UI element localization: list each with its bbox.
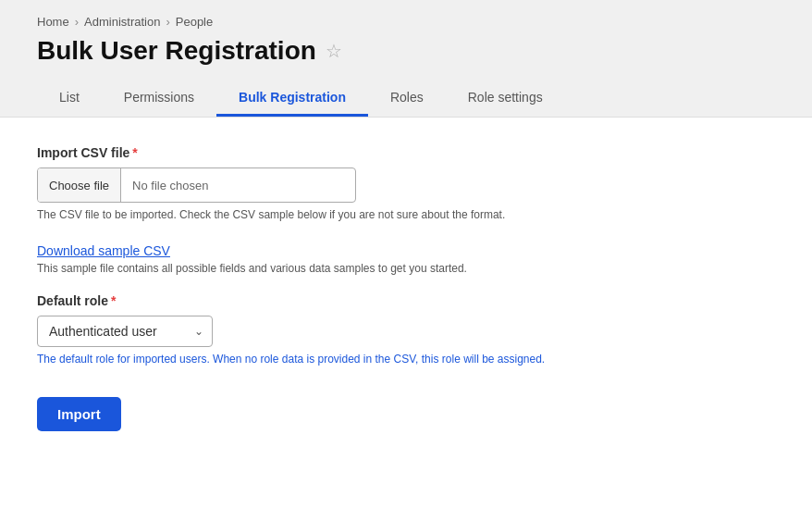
breadcrumb-sep-2: › bbox=[166, 15, 169, 29]
content-area: Import CSV file * Choose file No file ch… bbox=[0, 118, 812, 459]
tab-role-settings[interactable]: Role settings bbox=[446, 81, 565, 117]
import-csv-section: Import CSV file * Choose file No file ch… bbox=[37, 145, 775, 221]
role-select[interactable]: Authenticated user Administrator Guest bbox=[37, 316, 213, 347]
page-title: Bulk User Registration bbox=[37, 36, 316, 66]
download-sample-section: Download sample CSV This sample file con… bbox=[37, 243, 775, 275]
star-icon[interactable]: ☆ bbox=[326, 40, 342, 62]
breadcrumb-home[interactable]: Home bbox=[37, 15, 69, 29]
file-name-display: No file chosen bbox=[121, 179, 219, 192]
file-input-wrapper: Choose file No file chosen bbox=[37, 167, 356, 203]
tab-list[interactable]: List bbox=[37, 81, 102, 117]
header-area: Home › Administration › People Bulk User… bbox=[0, 0, 812, 118]
default-role-required: * bbox=[111, 293, 116, 308]
breadcrumb-sep-1: › bbox=[75, 15, 79, 29]
choose-file-button[interactable]: Choose file bbox=[38, 168, 121, 202]
default-role-hint: The default role for imported users. Whe… bbox=[37, 353, 573, 366]
breadcrumb: Home › Administration › People bbox=[37, 15, 775, 29]
default-role-section: Default role * Authenticated user Admini… bbox=[37, 293, 775, 366]
download-sample-link[interactable]: Download sample CSV bbox=[37, 243, 170, 258]
tab-roles[interactable]: Roles bbox=[368, 81, 446, 117]
tabs-nav: List Permissions Bulk Registration Roles… bbox=[37, 81, 775, 117]
tab-permissions[interactable]: Permissions bbox=[102, 81, 216, 117]
role-select-wrapper: Authenticated user Administrator Guest ⌄ bbox=[37, 316, 213, 347]
import-csv-label: Import CSV file * bbox=[37, 145, 775, 160]
default-role-label: Default role * bbox=[37, 293, 775, 308]
import-csv-hint: The CSV file to be imported. Check the C… bbox=[37, 208, 775, 221]
breadcrumb-admin[interactable]: Administration bbox=[84, 15, 160, 29]
page-wrapper: Home › Administration › People Bulk User… bbox=[0, 0, 812, 521]
import-csv-required: * bbox=[132, 145, 137, 160]
download-sample-hint: This sample file contains all possible f… bbox=[37, 262, 775, 275]
import-button[interactable]: Import bbox=[37, 397, 121, 431]
page-title-row: Bulk User Registration ☆ bbox=[37, 36, 775, 66]
tab-bulk-registration[interactable]: Bulk Registration bbox=[216, 81, 368, 117]
breadcrumb-people: People bbox=[176, 15, 213, 29]
